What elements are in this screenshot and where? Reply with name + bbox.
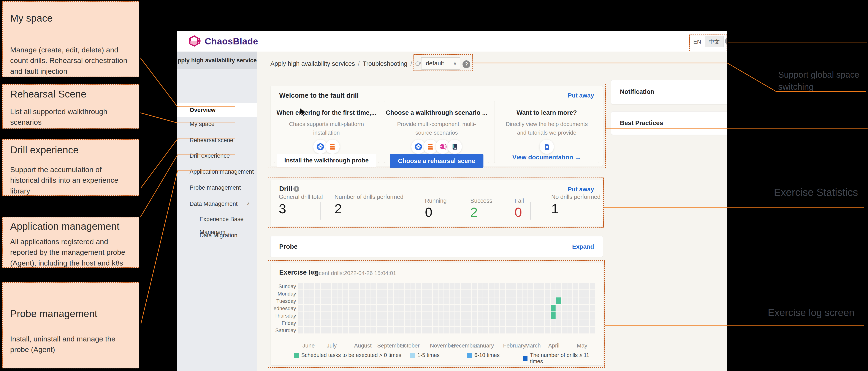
chaosblade-logo-icon	[188, 35, 201, 48]
callout-title: My space	[10, 12, 131, 24]
app-header: ChaosBlade EN 中文	[177, 31, 727, 52]
callout-body: List all supported walkthrough scenarios	[10, 106, 131, 128]
notification-card[interactable]: Notification	[611, 80, 727, 104]
chevron-up-icon[interactable]: ∧	[247, 197, 250, 210]
callout-rehearsal-scene: Rehearsal Scene List all supported walkt…	[2, 84, 139, 129]
sidebar-item-application-management[interactable]: Application management	[177, 165, 257, 178]
sidebar-item-overview[interactable]: Overview	[177, 103, 257, 117]
callout-title: Rehearsal Scene	[10, 88, 131, 100]
callout-probe-management: Probe management Install, uninstall and …	[2, 282, 139, 368]
annotated-screenshot: My space Manage (create, edit, delete) a…	[0, 0, 868, 371]
sidebar-item-data-management[interactable]: Data Management ∧	[177, 197, 257, 210]
sidebar-item-my-space[interactable]: My space	[177, 117, 257, 131]
probe-title: Probe	[279, 243, 298, 250]
sidebar-item-drill-experience[interactable]: Drill experience	[177, 149, 257, 162]
breadcrumb-seg[interactable]: Troubleshooting	[363, 60, 407, 67]
callout-title: Drill experience	[10, 144, 131, 156]
callout-my-space: My space Manage (create, edit, delete) a…	[2, 1, 139, 77]
frame-drill-stats	[268, 177, 604, 228]
sidebar-item-data-migration[interactable]: Data Migration	[177, 229, 257, 242]
callout-body: Support the accumulation of historical d…	[10, 164, 131, 196]
brand-name: ChaosBlade	[205, 36, 258, 46]
probe-expand-link[interactable]: Expand	[572, 243, 594, 250]
frame-language-switch	[689, 35, 727, 51]
mouse-cursor	[299, 107, 306, 118]
best-practices-title: Best Practices	[620, 120, 663, 127]
breadcrumb-seg[interactable]: Apply high availability services	[270, 60, 355, 67]
frame-exercise-log	[268, 260, 605, 368]
note-global-space-switch: Support global space switching	[778, 69, 868, 93]
note-exercise-statistics: Exercise Statistics	[774, 187, 858, 198]
callout-application-management: Application management All applications …	[2, 217, 139, 268]
callout-body: Install, uninstall and manage the probe …	[10, 334, 131, 355]
callout-body: All applications registered and reported…	[10, 236, 131, 268]
probe-panel: Probe Expand	[270, 236, 603, 257]
sidebar-item-rehearsal-scene[interactable]: Rehearsal scene	[177, 134, 257, 147]
frame-welcome	[268, 84, 606, 168]
callout-body: Manage (create, edit, delete) and count …	[10, 45, 131, 76]
sidebar-space-title: Apply high availability services	[177, 52, 257, 69]
sidebar: Apply high availability services Overvie…	[177, 52, 257, 371]
sidebar-item-experience-base[interactable]: Experience Base Managem	[177, 213, 257, 226]
note-exercise-log-screen: Exercise log screen	[768, 307, 855, 318]
frame-space-select	[413, 54, 473, 71]
sidebar-item-probe-management[interactable]: Probe management	[177, 181, 257, 194]
callout-title: Application management	[10, 221, 131, 232]
notification-title: Notification	[620, 88, 654, 95]
brand-logo[interactable]: ChaosBlade	[188, 35, 258, 48]
best-practices-card[interactable]: Best Practices	[611, 111, 727, 135]
callout-drill-experience: Drill experience Support the accumulatio…	[2, 139, 139, 196]
callout-title: Probe management	[10, 308, 131, 319]
